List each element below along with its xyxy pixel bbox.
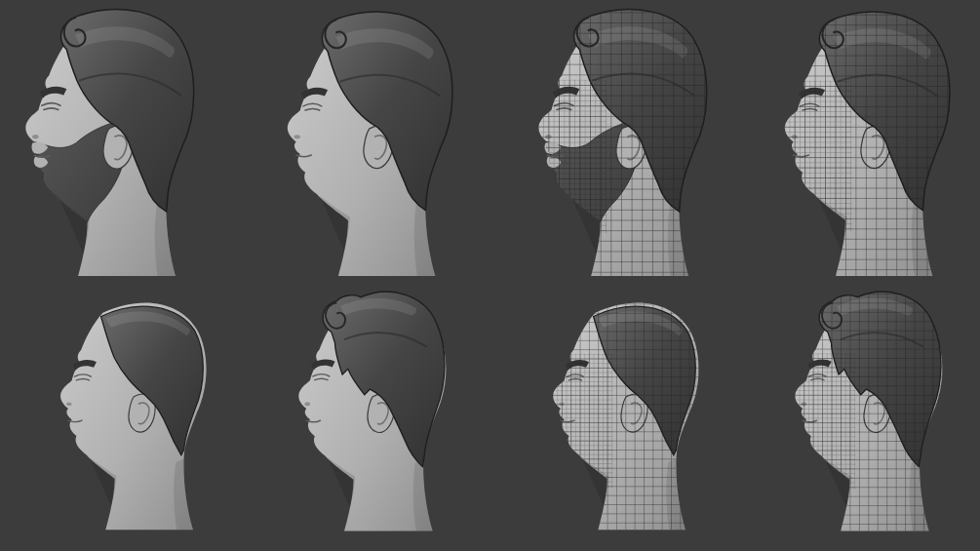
head-render-wireframe-shaven (735, 0, 980, 276)
head-canvas (0, 0, 233, 276)
head-render-wireframe-beard (490, 0, 735, 276)
render-grid (0, 0, 980, 551)
head-canvas (735, 0, 980, 276)
head-canvas (245, 0, 490, 276)
head-render-smooth-wavy (245, 276, 490, 551)
head-canvas (253, 276, 483, 533)
head-canvas (506, 276, 734, 532)
wireframe-overlay (538, 283, 713, 531)
wireframe-overlay (522, 0, 722, 276)
head-render-wireframe-buzz (490, 276, 735, 551)
wireframe-overlay (768, 2, 964, 275)
head-canvas (748, 276, 978, 533)
head-canvas (15, 276, 243, 532)
head-render-smooth-buzz (0, 276, 245, 551)
head-render-smooth-shaven (245, 0, 490, 276)
wireframe-overlay (780, 282, 957, 532)
head-render-smooth-beard (0, 0, 245, 276)
head-render-wireframe-wavy (735, 276, 980, 551)
head-canvas (490, 0, 735, 276)
